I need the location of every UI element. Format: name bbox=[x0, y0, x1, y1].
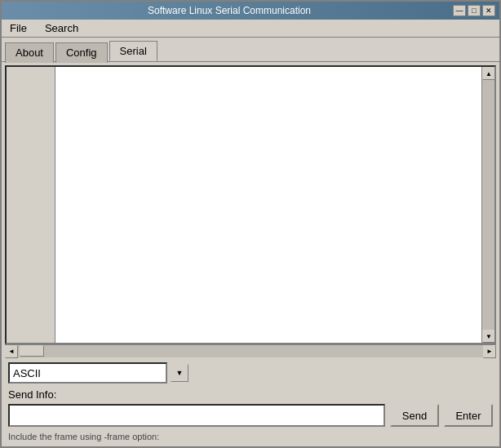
scroll-track-vertical[interactable] bbox=[482, 80, 494, 330]
scroll-track-horizontal[interactable] bbox=[18, 345, 483, 357]
send-info-section: Send Info: Send Enter bbox=[8, 388, 493, 427]
window-title: Software Linux Serial Communication bbox=[6, 5, 453, 16]
scroll-left-button[interactable]: ◄ bbox=[5, 345, 18, 358]
restore-button[interactable]: □ bbox=[468, 5, 481, 16]
encoding-select[interactable]: ASCII bbox=[8, 362, 167, 384]
scroll-up-button[interactable]: ▲ bbox=[482, 67, 495, 80]
send-input-row: Send Enter bbox=[8, 404, 493, 427]
bottom-controls: ASCII ▼ Send Info: Send Enter bbox=[5, 357, 496, 430]
menu-bar: File Search bbox=[2, 20, 499, 38]
content-area: ▲ ▼ ◄ ► ASCII ▼ Send Info: bbox=[2, 61, 499, 446]
send-info-label: Send Info: bbox=[8, 388, 493, 401]
vertical-scrollbar: ▲ ▼ bbox=[481, 67, 494, 343]
scroll-right-button[interactable]: ► bbox=[483, 345, 496, 358]
tab-config[interactable]: Config bbox=[55, 42, 108, 63]
tab-bar: About Config Serial bbox=[2, 38, 499, 61]
minimize-button[interactable]: — bbox=[453, 5, 466, 16]
main-window: Software Linux Serial Communication — □ … bbox=[0, 0, 501, 448]
enter-button[interactable]: Enter bbox=[444, 404, 493, 427]
send-input[interactable] bbox=[8, 404, 385, 427]
menu-file[interactable]: File bbox=[5, 20, 32, 36]
main-panel: ▲ ▼ bbox=[5, 65, 496, 344]
scroll-down-button[interactable]: ▼ bbox=[482, 330, 495, 343]
encoding-dropdown-arrow[interactable]: ▼ bbox=[171, 364, 188, 382]
tab-serial[interactable]: Serial bbox=[109, 41, 157, 61]
encoding-value: ASCII bbox=[13, 367, 41, 379]
window-controls: — □ ✕ bbox=[453, 5, 495, 16]
close-button[interactable]: ✕ bbox=[482, 5, 495, 16]
encoding-row: ASCII ▼ bbox=[8, 362, 493, 384]
left-panel bbox=[7, 67, 55, 343]
footer-text: Include the frame using -frame option: bbox=[5, 430, 496, 443]
tab-about[interactable]: About bbox=[5, 42, 54, 63]
horizontal-scrollbar: ◄ ► bbox=[5, 344, 496, 357]
serial-output-area[interactable] bbox=[55, 67, 481, 343]
send-button[interactable]: Send bbox=[390, 404, 439, 427]
menu-search[interactable]: Search bbox=[40, 20, 83, 36]
title-bar: Software Linux Serial Communication — □ … bbox=[2, 2, 499, 20]
scroll-thumb-horizontal[interactable] bbox=[20, 345, 44, 357]
